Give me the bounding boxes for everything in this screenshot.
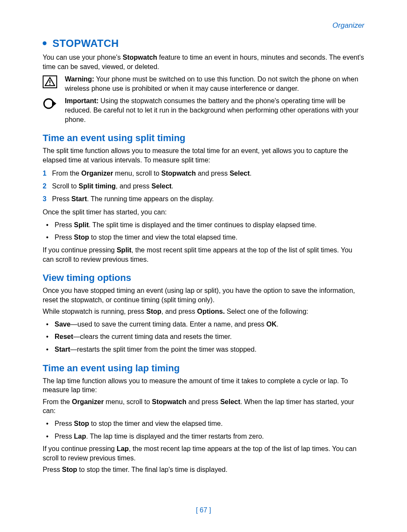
text: Press — [55, 221, 74, 228]
heading-text: Stopwatch — [52, 38, 119, 49]
svg-point-2 — [49, 84, 51, 85]
lap-bullet-list: Press Stop to stop the timer and view th… — [43, 419, 364, 441]
text: Using the stopwatch consumes the battery… — [65, 97, 358, 123]
warning-note: Warning: Your phone must be switched on … — [43, 75, 364, 93]
list-item: Press Stop to stop the timer and view th… — [43, 233, 364, 242]
text: Press — [52, 195, 71, 202]
bold-text: Select — [151, 182, 172, 190]
list-item: Press Lap. The lap time is displayed and… — [43, 432, 364, 441]
bold-text: Split — [74, 221, 89, 228]
bold-text: Start — [71, 195, 87, 202]
list-item: Save—used to save the current timing dat… — [43, 320, 364, 329]
heading-split-timing: Time an event using split timing — [43, 133, 364, 144]
page-header-section: Organizer — [43, 21, 364, 30]
text: menu, scroll to — [104, 398, 152, 405]
text: —used to save the current timing data. E… — [70, 321, 266, 328]
step-number: 3 — [43, 194, 47, 204]
bold-text: Stop — [74, 234, 89, 241]
text: Scroll to — [52, 182, 78, 190]
bold-text: Stopwatch — [152, 398, 186, 405]
view-bullet-list: Save—used to save the current timing dat… — [43, 320, 364, 354]
split-bullet-list: Press Split. The split time is displayed… — [43, 220, 364, 242]
important-text: Important: Using the stopwatch consumes … — [65, 96, 364, 124]
list-item: 3 Press Start. The running time appears … — [43, 194, 364, 204]
split-after: Once the split timer has started, you ca… — [43, 208, 364, 217]
bold-text: Split timing — [78, 182, 116, 190]
svg-point-3 — [44, 99, 53, 108]
text: to stop the timer. The final lap's time … — [77, 466, 227, 473]
text: From the — [52, 170, 81, 177]
text: While stopwatch is running, press — [43, 308, 146, 315]
step-number: 1 — [43, 169, 47, 178]
text: and press — [186, 398, 220, 405]
bold-text: Stop — [74, 420, 89, 427]
heading-view-options: View timing options — [43, 272, 364, 283]
bold-text: Options. — [197, 308, 225, 315]
text: . The lap time is displayed and the time… — [86, 433, 264, 440]
text: Your phone must be switched on to use th… — [65, 75, 358, 92]
text: Press — [55, 420, 74, 427]
bold-text: Start — [55, 346, 70, 353]
list-item: Reset—clears the current timing data and… — [43, 332, 364, 341]
important-label: Important: — [65, 97, 99, 104]
text: . — [250, 170, 251, 177]
bold-text: Reset — [55, 333, 73, 340]
list-item: 1 From the Organizer menu, scroll to Sto… — [43, 169, 364, 178]
bold-text: Stop — [146, 308, 162, 315]
list-item: Press Split. The split time is displayed… — [43, 220, 364, 230]
lap-tail: If you continue pressing Lap, the most r… — [43, 444, 364, 463]
text: , and press — [116, 182, 151, 190]
text: menu, scroll to — [113, 170, 161, 177]
text: If you continue pressing — [43, 246, 116, 254]
bold-text: Organizer — [72, 398, 104, 405]
bold-text: Stopwatch — [161, 170, 196, 177]
text: From the — [43, 398, 72, 405]
lap-final: Press Stop to stop the timer. The final … — [43, 465, 364, 474]
view-p1: Once you have stopped timing an event (u… — [43, 286, 364, 304]
text: —clears the current timing data and rese… — [73, 333, 232, 340]
page-content: Organizer Stopwatch You can use your pho… — [0, 0, 407, 494]
important-note: Important: Using the stopwatch consumes … — [43, 96, 364, 124]
bold-text: Select — [220, 398, 240, 405]
split-tail: If you continue pressing Split, the most… — [43, 246, 364, 264]
text: . The split time is displayed and the ti… — [89, 221, 317, 228]
split-steps-list: 1 From the Organizer menu, scroll to Sto… — [43, 169, 364, 203]
bold-text: Select — [230, 170, 250, 177]
heading-stopwatch: Stopwatch — [43, 38, 364, 49]
text: Select one of the following: — [225, 308, 308, 315]
text: You can use your phone's — [43, 54, 123, 61]
warning-icon — [43, 75, 57, 89]
lap-p2: From the Organizer menu, scroll to Stopw… — [43, 397, 364, 416]
page-number: [ 67 ] — [0, 506, 407, 514]
lap-intro: The lap time function allows you to meas… — [43, 376, 364, 395]
text: . — [172, 182, 173, 190]
step-number: 2 — [43, 182, 47, 191]
bold-text: Stop — [62, 466, 77, 473]
heading-bullet-icon — [43, 41, 47, 45]
text: to stop the timer and view the elapsed t… — [89, 420, 223, 427]
split-intro: The split time function allows you to me… — [43, 146, 364, 165]
text: and press — [196, 170, 230, 177]
text: Press — [43, 466, 62, 473]
bold-text: Organizer — [81, 170, 113, 177]
text: to stop the timer and view the total ela… — [89, 234, 238, 241]
bold-text: Save — [55, 321, 70, 328]
view-p2: While stopwatch is running, press Stop, … — [43, 307, 364, 316]
intro-paragraph: You can use your phone's Stopwatch featu… — [43, 53, 364, 71]
important-icon — [43, 96, 57, 111]
heading-lap-timing: Time an event using lap timing — [43, 363, 364, 374]
list-item: Start—restarts the split timer from the … — [43, 345, 364, 354]
text: —restarts the split timer from the point… — [70, 346, 256, 353]
text: If you continue pressing — [43, 445, 116, 452]
bold-text: Lap — [74, 433, 86, 440]
bold-text: Stopwatch — [123, 54, 157, 61]
text: , and press — [161, 308, 197, 315]
text: Press — [55, 234, 74, 241]
bold-text: Split — [116, 246, 131, 254]
text: . — [276, 321, 278, 328]
text: Press — [55, 433, 74, 440]
bold-text: OK — [266, 321, 276, 328]
bold-text: Lap — [116, 445, 128, 452]
list-item: 2 Scroll to Split timing, and press Sele… — [43, 182, 364, 191]
warning-label: Warning: — [65, 75, 94, 83]
